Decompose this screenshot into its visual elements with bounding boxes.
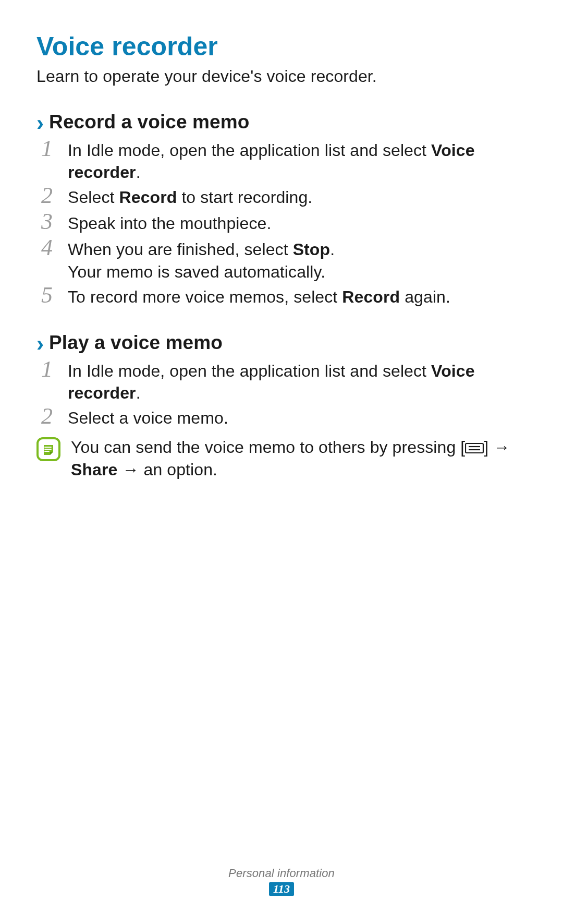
tip-row: You can send the voice memo to others by… — [36, 436, 527, 480]
bold-text: Record — [342, 287, 400, 306]
tip-text: You can send the voice memo to others by… — [71, 436, 527, 480]
step-row: 2 Select a voice memo. — [36, 407, 527, 430]
text: When you are finished, select — [68, 240, 293, 259]
step-text: When you are finished, select Stop. Your… — [68, 238, 527, 282]
text: In Idle mode, open the application list … — [68, 362, 431, 380]
step-row: 4 When you are finished, select Stop. Yo… — [36, 238, 527, 282]
step-text: Select Record to start recording. — [68, 186, 527, 208]
step-number: 2 — [36, 184, 57, 207]
page-number: 113 — [269, 882, 294, 896]
step-number: 4 — [36, 236, 57, 259]
page-title: Voice recorder — [36, 31, 527, 62]
step-row: 5 To record more voice memos, select Rec… — [36, 286, 527, 309]
subsection-heading-play: › Play a voice memo — [36, 332, 527, 354]
text: In Idle mode, open the application list … — [68, 141, 431, 160]
step-number: 1 — [36, 358, 57, 381]
text: . — [136, 163, 141, 182]
step-number: 1 — [36, 137, 57, 160]
text: To record more voice memos, select — [68, 287, 342, 306]
text: → an option. — [117, 460, 217, 479]
text: . — [330, 240, 335, 259]
page-footer: Personal information 113 — [0, 867, 563, 896]
step-text: In Idle mode, open the application list … — [68, 139, 527, 183]
step-number: 5 — [36, 284, 57, 307]
chevron-right-icon: › — [36, 333, 44, 355]
step-text: Speak into the mouthpiece. — [68, 212, 527, 234]
note-icon — [36, 437, 60, 461]
menu-key-icon — [465, 442, 484, 454]
manual-page: Voice recorder Learn to operate your dev… — [0, 0, 563, 924]
step-row: 1 In Idle mode, open the application lis… — [36, 360, 527, 404]
subsection-heading-record: › Record a voice memo — [36, 111, 527, 133]
text: Select — [68, 188, 119, 207]
text: again. — [400, 287, 450, 306]
step-row: 2 Select Record to start recording. — [36, 186, 527, 209]
subsection-title: Play a voice memo — [49, 332, 223, 354]
bold-text: Record — [119, 188, 177, 207]
subsection-title: Record a voice memo — [49, 111, 249, 133]
step-text: To record more voice memos, select Recor… — [68, 286, 527, 308]
bold-text: Share — [71, 460, 117, 479]
step-row: 3 Speak into the mouthpiece. — [36, 212, 527, 235]
step-text: In Idle mode, open the application list … — [68, 360, 527, 404]
svg-rect-1 — [466, 443, 483, 453]
text: Your memo is saved automatically. — [68, 262, 325, 281]
bold-text: Stop — [293, 240, 331, 259]
text: . — [136, 383, 141, 402]
text: You can send the voice memo to others by… — [71, 438, 465, 457]
text: ] → — [484, 438, 510, 457]
step-number: 3 — [36, 210, 57, 233]
footer-category: Personal information — [0, 867, 563, 880]
step-number: 2 — [36, 405, 57, 428]
text: to start recording. — [177, 188, 312, 207]
step-row: 1 In Idle mode, open the application lis… — [36, 139, 527, 183]
chevron-right-icon: › — [36, 112, 44, 134]
intro-text: Learn to operate your device's voice rec… — [36, 67, 527, 86]
step-text: Select a voice memo. — [68, 407, 527, 429]
